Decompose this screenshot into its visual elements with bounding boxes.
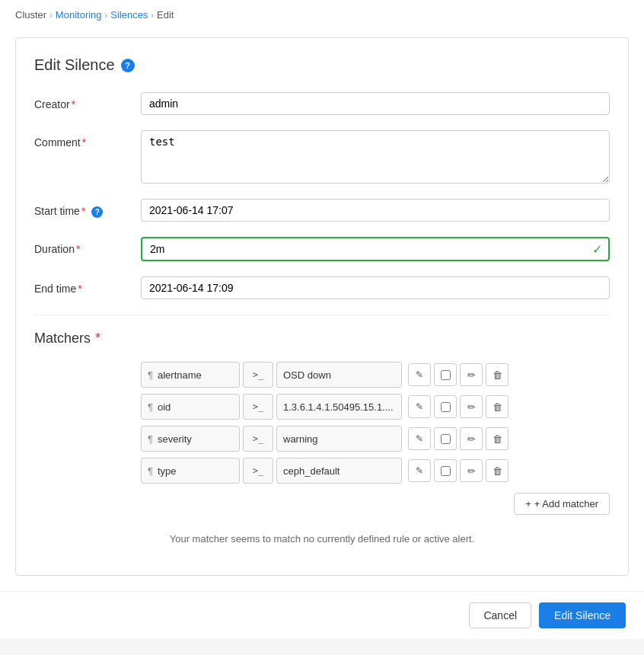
end-time-group: End time*	[34, 276, 610, 299]
matcher-op: >_	[253, 465, 263, 476]
divider	[34, 315, 610, 315]
matcher-checkbox-input[interactable]	[441, 466, 451, 476]
breadcrumb-silences[interactable]: Silences	[110, 9, 148, 21]
matcher-name-cell: ¶ severity	[141, 426, 240, 452]
pilcrow-icon: ¶	[148, 433, 153, 445]
footer-bar: Cancel Edit Silence	[0, 591, 644, 639]
matcher-name: alertname	[158, 369, 202, 381]
matcher-pencil-btn[interactable]: ✏	[460, 459, 483, 482]
edit-silence-card: Edit Silence ? Creator* Comment* test St…	[15, 37, 629, 576]
matcher-edit-regex-btn[interactable]: ✎	[408, 459, 431, 482]
matcher-actions: ✎ ✏ 🗑	[408, 395, 509, 418]
add-matcher-row: + + Add matcher	[34, 493, 610, 515]
matcher-name-cell: ¶ oid	[141, 394, 240, 420]
matcher-edit-regex-btn[interactable]: ✎	[408, 427, 431, 450]
matcher-name: oid	[158, 401, 171, 413]
breadcrumb-sep-1: ›	[49, 11, 53, 20]
creator-group: Creator*	[34, 92, 610, 115]
comment-required: *	[82, 136, 86, 149]
comment-group: Comment* test	[34, 130, 610, 184]
pilcrow-icon: ¶	[148, 369, 153, 381]
creator-label: Creator*	[34, 92, 141, 110]
matcher-checkbox-input[interactable]	[441, 402, 451, 412]
pencil-icon: ✏	[467, 433, 476, 445]
matchers-title: Matchers*	[34, 331, 610, 347]
table-row: ¶ severity >_ warning ✎	[141, 426, 610, 452]
edit-regex-icon: ✎	[416, 369, 423, 380]
table-row: ¶ type >_ ceph_default ✎	[141, 458, 610, 484]
matcher-checkbox[interactable]	[434, 459, 457, 482]
matcher-op: >_	[253, 401, 263, 412]
matcher-checkbox[interactable]	[434, 363, 457, 386]
matcher-op: >_	[253, 433, 263, 444]
duration-valid-icon: ✓	[592, 242, 602, 257]
matcher-name-cell: ¶ alertname	[141, 362, 240, 388]
matchers-section: Matchers* ¶ alertname >_ OSD down	[34, 331, 610, 557]
help-icon[interactable]: ?	[121, 59, 135, 72]
matcher-edit-regex-btn[interactable]: ✎	[408, 395, 431, 418]
start-time-label: Start time* ?	[34, 199, 141, 218]
table-row: ¶ alertname >_ OSD down ✎	[141, 362, 610, 388]
end-time-label: End time*	[34, 276, 141, 295]
matcher-pencil-btn[interactable]: ✏	[460, 427, 483, 450]
matcher-checkbox[interactable]	[434, 427, 457, 450]
matcher-pencil-btn[interactable]: ✏	[460, 363, 483, 386]
matcher-op-cell: >_	[243, 426, 273, 452]
matcher-checkbox-input[interactable]	[441, 434, 451, 444]
plus-icon: +	[525, 498, 531, 510]
pencil-icon: ✏	[467, 401, 476, 413]
end-time-required: *	[78, 283, 81, 295]
matcher-edit-regex-btn[interactable]: ✎	[408, 363, 431, 386]
no-match-message: Your matcher seems to match no currently…	[34, 527, 610, 557]
table-row: ¶ oid >_ 1.3.6.1.4.1.50495.15.1.... ✎	[141, 394, 610, 420]
start-time-input[interactable]	[141, 199, 610, 222]
pencil-icon: ✏	[467, 369, 476, 381]
matchers-table: ¶ alertname >_ OSD down ✎	[141, 362, 610, 484]
matcher-op-cell: >_	[243, 362, 273, 388]
cancel-button[interactable]: Cancel	[469, 602, 531, 628]
matcher-pencil-btn[interactable]: ✏	[460, 395, 483, 418]
matcher-value: 1.3.6.1.4.1.50495.15.1....	[283, 401, 394, 413]
breadcrumb-edit: Edit	[157, 9, 174, 21]
matcher-delete-btn[interactable]: 🗑	[486, 363, 509, 386]
matcher-delete-btn[interactable]: 🗑	[486, 459, 509, 482]
duration-group: Duration* ✓	[34, 237, 610, 261]
matcher-op: >_	[253, 369, 263, 380]
add-matcher-label: + Add matcher	[534, 498, 598, 510]
comment-label: Comment*	[34, 130, 141, 149]
duration-label: Duration*	[34, 237, 141, 255]
card-title: Edit Silence ?	[34, 56, 610, 74]
matcher-name: type	[158, 465, 177, 477]
duration-input[interactable]	[141, 237, 610, 261]
add-matcher-button[interactable]: + + Add matcher	[514, 493, 610, 515]
matcher-value-cell: 1.3.6.1.4.1.50495.15.1....	[276, 394, 402, 420]
matcher-actions: ✎ ✏ 🗑	[408, 459, 509, 482]
creator-input[interactable]	[141, 92, 610, 115]
pencil-icon: ✏	[467, 465, 476, 477]
matcher-name-cell: ¶ type	[141, 458, 240, 484]
duration-required: *	[76, 243, 80, 255]
edit-regex-icon: ✎	[416, 465, 423, 476]
start-time-required: *	[81, 205, 85, 217]
matcher-value-cell: ceph_default	[276, 458, 402, 484]
breadcrumb-monitoring[interactable]: Monitoring	[56, 9, 102, 21]
breadcrumb-cluster: Cluster	[15, 9, 46, 21]
end-time-input[interactable]	[141, 276, 610, 299]
matcher-op-cell: >_	[243, 394, 273, 420]
start-time-help-icon[interactable]: ?	[91, 206, 103, 218]
matcher-op-cell: >_	[243, 458, 273, 484]
matcher-delete-btn[interactable]: 🗑	[486, 427, 509, 450]
matcher-delete-btn[interactable]: 🗑	[486, 395, 509, 418]
breadcrumb-sep-2: ›	[105, 11, 108, 20]
matcher-checkbox-input[interactable]	[441, 370, 451, 380]
trash-icon: 🗑	[493, 401, 502, 413]
edit-silence-button[interactable]: Edit Silence	[539, 602, 626, 628]
comment-textarea[interactable]: test	[141, 130, 610, 184]
matcher-actions: ✎ ✏ 🗑	[408, 427, 509, 450]
matcher-value: ceph_default	[283, 465, 340, 477]
breadcrumb-sep-3: ›	[151, 11, 154, 20]
matcher-actions: ✎ ✏ 🗑	[408, 363, 509, 386]
trash-icon: 🗑	[493, 465, 502, 477]
matcher-checkbox[interactable]	[434, 395, 457, 418]
matcher-value-cell: warning	[276, 426, 402, 452]
